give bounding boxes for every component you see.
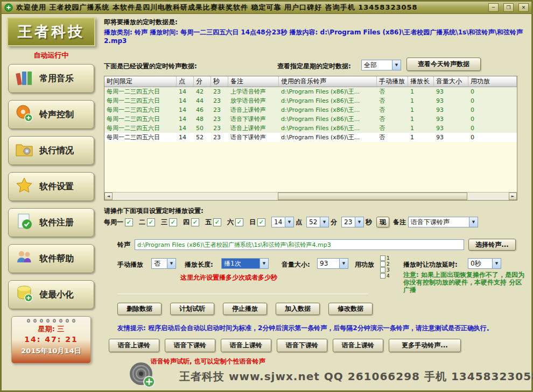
now-button[interactable]: 现 (376, 217, 389, 227)
minimize-button[interactable]: ─ (488, 3, 499, 12)
chevron-down-icon[interactable] (167, 259, 176, 268)
table-row[interactable]: 每周一二三四五六日145023语音上课铃声d:\Program Files (x… (104, 124, 517, 133)
hour-select[interactable]: 14 (271, 217, 294, 227)
table-row[interactable]: 每周一二三四五六日144223上学语音铃声d:\Program Files (x… (104, 87, 517, 96)
sidebar-item-ring-control[interactable]: 铃声控制 (8, 100, 94, 129)
list-intro: 下面是已经设置的定时铃声数据: (104, 62, 197, 71)
play-length-select[interactable]: 播1次 (221, 258, 269, 269)
table-header-cell: 播放长 (408, 76, 434, 87)
amp-option: 1 (380, 255, 390, 261)
amp-checkbox[interactable] (380, 273, 385, 279)
action-button[interactable]: 计划试听 (170, 303, 214, 315)
sidebar-item-common-music[interactable]: 常用音乐 (8, 64, 94, 93)
close-button[interactable]: ✕ (518, 3, 529, 12)
weekday-label: 四 (183, 218, 190, 227)
weekday-item: 二✓ (139, 218, 155, 227)
table-cell: 23 (211, 96, 228, 105)
table-cell: 1 (408, 87, 434, 96)
ring-control-icon (15, 104, 33, 125)
table-hscrollbar[interactable]: ◄ ► (104, 192, 517, 200)
action-button[interactable]: 修改数据 (328, 303, 373, 315)
chevron-down-icon[interactable] (355, 217, 363, 227)
choose-ring-button[interactable]: 选择铃声... (468, 239, 516, 251)
ring-button-row: 语音上课铃语音下课铃语音上课铃语音下课铃语音上课铃更多手动铃声... (109, 339, 461, 352)
action-button[interactable]: 删除数据 (117, 303, 162, 315)
second-unit-label: 秒 (366, 218, 372, 227)
ring-button[interactable]: 更多手动铃声... (389, 339, 461, 352)
ring-button[interactable]: 语音上课铃 (221, 339, 271, 352)
app-icon (4, 3, 13, 12)
manual-play-select[interactable]: 否 (151, 258, 176, 269)
action-button[interactable]: 停止播放 (223, 303, 267, 315)
chevron-down-icon[interactable] (285, 217, 293, 227)
table-cell: 23 (211, 105, 228, 115)
ring-button[interactable]: 语音下课铃 (277, 339, 327, 352)
table-header-cell: 秒 (211, 76, 228, 87)
weekday-checkbox[interactable]: ✓ (191, 218, 199, 226)
table-cell: 14 (177, 133, 194, 142)
table-row[interactable]: 每周一二三四五六日145223语音下课铃声d:\Program Files (x… (104, 133, 517, 142)
chevron-down-icon[interactable] (469, 217, 478, 227)
chevron-down-icon[interactable] (492, 259, 501, 268)
weekday-checkbox[interactable]: ✓ (169, 218, 177, 226)
sidebar-item-help[interactable]: 软件帮助 (8, 244, 94, 273)
table-header-cell: 使用的音乐铃声 (279, 76, 377, 87)
amp-note: 注意: 如果上面出现恢复操作不了，是因为你没有控制功放的硬件，本硬件支持 分区广… (403, 271, 526, 294)
remark-label: 备注 (393, 218, 406, 227)
weekday-checkbox[interactable]: ✓ (257, 218, 265, 226)
play-length-value: 播1次 (222, 259, 260, 268)
table-cell: d:\Program Files (x86)\王... (279, 87, 377, 96)
remark-select[interactable]: 语音下课铃声 (408, 217, 478, 227)
weekday-checkbox[interactable]: ✓ (147, 218, 155, 226)
chevron-down-icon[interactable] (260, 259, 268, 268)
table-row[interactable]: 每周一二三四五六日144823语音下课铃声d:\Program Files (x… (104, 115, 517, 124)
table-header-cell: 音量大小 (434, 76, 468, 87)
table-cell: 23 (211, 124, 228, 133)
table-cell: 93 (434, 115, 468, 124)
table-cell: 否 (377, 124, 408, 133)
table-cell: 0 (468, 87, 517, 96)
table-header-cell: 分 (194, 76, 211, 87)
table-row[interactable]: 每周一二三四五六日144623语音上课铃声d:\Program Files (x… (104, 105, 517, 115)
table-cell: d:\Program Files (x86)\王... (279, 133, 377, 142)
amplifier-label: 用功放 (355, 260, 374, 269)
amp-number: 3 (387, 267, 390, 273)
weekday-checkbox[interactable]: ✓ (125, 218, 133, 226)
sidebar-item-register[interactable]: 软件注册 (8, 208, 94, 237)
weekday-filter-select[interactable]: 全部 (361, 60, 401, 70)
scroll-right-icon[interactable]: ► (509, 193, 517, 200)
action-button[interactable]: 加入数据 (276, 303, 320, 315)
scroll-left-icon[interactable]: ◄ (104, 193, 113, 200)
calendar-time: 14: 47: 21 (12, 335, 90, 344)
chevron-down-icon[interactable] (320, 217, 328, 227)
amp-checkbox[interactable] (380, 261, 385, 267)
amp-checkbox[interactable] (380, 255, 385, 261)
ring-button[interactable]: 语音下课铃 (165, 339, 215, 352)
view-today-button[interactable]: 查看今天铃声数据 (406, 58, 481, 71)
scroll-thumb[interactable] (278, 193, 467, 200)
table-cell: 23 (211, 115, 228, 124)
minute-select[interactable]: 52 (306, 217, 329, 227)
weekday-checkbox[interactable]: ✓ (213, 218, 221, 226)
table-cell: 否 (377, 87, 408, 96)
calendar-date: 2015年10月14日 (12, 346, 90, 356)
amp-checkbox[interactable] (380, 267, 385, 273)
ring-path-input[interactable] (135, 239, 464, 250)
chevron-down-icon[interactable] (339, 259, 348, 268)
table-header-row: 时间限定点分秒备注使用的音乐铃声手动播放播放长音量大小用功放 (104, 76, 517, 87)
weekday-checkbox[interactable]: ✓ (235, 218, 243, 226)
table-row[interactable]: 每周一二三四五六日144423放学语音铃声d:\Program Files (x… (104, 96, 517, 105)
sidebar-item-minimize-app[interactable]: 使最小化 (8, 280, 94, 309)
second-select[interactable]: 23 (341, 217, 364, 227)
filter-label: 查看指定星期的定时数据: (277, 62, 351, 71)
weekday-item: 日✓ (249, 218, 265, 227)
volume-select[interactable]: 93 (317, 258, 348, 269)
maximize-button[interactable]: ❐ (503, 3, 514, 12)
ring-button[interactable]: 语音上课铃 (109, 339, 159, 352)
sidebar-item-execution[interactable]: 执行情况 (8, 136, 94, 165)
ring-button[interactable]: 语音上课铃 (333, 339, 383, 352)
amp-checkbox-group: 1234 (380, 255, 390, 279)
amp-delay-select[interactable]: 0秒 (468, 258, 501, 269)
chevron-down-icon[interactable] (392, 60, 401, 70)
sidebar-item-settings[interactable]: 软件设置 (8, 172, 94, 201)
